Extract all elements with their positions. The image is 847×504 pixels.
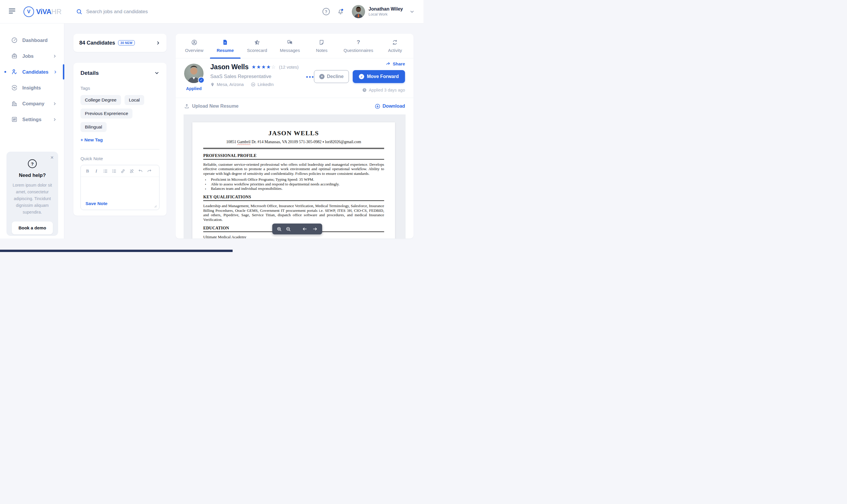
link-icon[interactable] xyxy=(119,168,126,175)
sidebar-item-label: Settings xyxy=(22,117,41,122)
details-title: Details xyxy=(81,70,99,76)
need-help-card: ✕ ? Need help? Lorem ipsum dolor sit ame… xyxy=(6,152,58,236)
chevron-right-icon[interactable] xyxy=(156,40,161,46)
next-page-arrow-icon[interactable] xyxy=(312,227,318,232)
sidebar-item-dashboard[interactable]: Dashboard xyxy=(0,32,64,48)
resume-paragraph: Reliable, customer service-oriented prof… xyxy=(203,162,384,176)
star-filled-icon[interactable]: ★ xyxy=(256,64,261,70)
divider xyxy=(81,149,159,150)
misspelled-word: Gambril xyxy=(237,140,250,144)
tab-label: Resume xyxy=(217,48,234,53)
company-building-icon xyxy=(11,100,18,107)
unlink-icon[interactable] xyxy=(128,168,135,175)
brand-name: ViVA xyxy=(36,7,51,16)
star-filled-icon[interactable]: ★ xyxy=(252,64,256,70)
details-panel: Details Tags College Degree Local Previo… xyxy=(73,63,167,216)
resume-bullet: Able to assess workflow priorities and r… xyxy=(203,182,384,186)
undo-icon[interactable] xyxy=(137,168,144,175)
chevron-right-icon xyxy=(53,118,57,122)
note-input-area[interactable] xyxy=(81,177,159,197)
download-resume-button[interactable]: Download xyxy=(375,104,405,109)
tab-label: Notes xyxy=(316,48,327,53)
candidates-icon xyxy=(11,69,18,75)
star-filled-icon[interactable]: ★ xyxy=(266,64,271,70)
notifications-bell-icon[interactable] xyxy=(337,8,344,15)
tab-questionnaires[interactable]: ? Questionnaires xyxy=(344,34,373,58)
bold-icon[interactable]: B xyxy=(84,168,91,175)
tag-chip[interactable]: Previous Exprerience xyxy=(81,109,133,119)
question-mark-icon: ? xyxy=(28,159,37,168)
check-circle-icon: ✓ xyxy=(359,74,364,79)
rating-stars[interactable]: ★★★★☆ xyxy=(252,64,276,70)
star-empty-icon[interactable]: ☆ xyxy=(271,64,276,70)
candidates-count-card[interactable]: 84 Candidates 30 NEW xyxy=(73,34,167,52)
tag-chip[interactable]: Bilingual xyxy=(81,122,107,132)
more-actions-icon[interactable]: ••• xyxy=(306,74,314,80)
upload-resume-button[interactable]: Upload New Resume xyxy=(184,104,239,109)
tab-notes[interactable]: Notes xyxy=(312,34,331,58)
decline-button[interactable]: ✕ Decline xyxy=(314,70,349,83)
sidebar-item-jobs[interactable]: Jobs xyxy=(0,48,64,64)
sidebar-item-label: Candidates xyxy=(22,69,49,75)
search-input[interactable] xyxy=(86,9,180,15)
star-filled-icon[interactable]: ★ xyxy=(261,64,266,70)
settings-sliders-icon xyxy=(11,116,18,123)
overview-icon xyxy=(191,39,197,46)
user-meta: Jonathan Wiley Local Work xyxy=(368,6,403,17)
quick-note-editor[interactable]: B I Save Note xyxy=(81,165,159,210)
x-circle-icon: ✕ xyxy=(319,74,325,79)
tab-messages[interactable]: Messages xyxy=(280,34,300,58)
resume-viewer[interactable]: JASON WELLS 10851 Gambril Dr. #14 Manass… xyxy=(184,114,405,238)
resize-handle-icon[interactable] xyxy=(153,204,157,208)
candidate-linkedin-link[interactable]: LinkedIn xyxy=(251,82,274,87)
book-demo-button[interactable]: Book a demo xyxy=(12,221,53,234)
user-workspace: Local Work xyxy=(368,12,403,17)
pdf-viewer-toolbar xyxy=(272,223,322,234)
clock-icon xyxy=(362,88,367,92)
note-editor-toolbar: B I xyxy=(81,165,159,177)
numbered-list-icon[interactable] xyxy=(110,168,118,175)
resume-school: Ultimate Medical Academy xyxy=(203,235,384,238)
active-indicator-bar xyxy=(63,64,64,79)
brand-suffix: HR xyxy=(51,7,62,16)
tab-resume[interactable]: Resume xyxy=(216,34,235,58)
vivahr-logo[interactable]: V ViVAHR xyxy=(23,6,62,17)
tab-overview[interactable]: Overview xyxy=(185,34,204,58)
candidate-avatar[interactable]: ✓ xyxy=(184,64,204,83)
tag-chip[interactable]: Local xyxy=(124,95,144,105)
new-tag-button[interactable]: + New Tag xyxy=(81,137,103,143)
tab-activity[interactable]: Activity xyxy=(386,34,404,58)
user-avatar[interactable] xyxy=(352,5,365,18)
search-icon xyxy=(76,8,82,15)
redo-icon[interactable] xyxy=(145,168,153,175)
user-menu-chevron-down-icon[interactable] xyxy=(410,9,415,14)
notes-icon xyxy=(319,39,325,46)
sidebar-item-insights[interactable]: Insights xyxy=(0,80,64,96)
help-icon[interactable]: ? xyxy=(323,8,330,15)
close-icon[interactable]: ✕ xyxy=(50,155,54,160)
zoom-out-icon[interactable] xyxy=(286,227,291,232)
bulleted-list-icon[interactable] xyxy=(101,168,109,175)
share-button[interactable]: Share xyxy=(386,61,405,66)
tab-scorecard[interactable]: Scorecard xyxy=(247,34,267,58)
resume-paragraph: Leadership and Management, Microsoft Off… xyxy=(203,203,384,222)
sidebar-item-candidates[interactable]: Candidates xyxy=(0,64,64,80)
sidebar: Dashboard Jobs Candidates Insights Compa… xyxy=(0,23,64,238)
hamburger-menu-icon[interactable] xyxy=(9,8,16,15)
chevron-down-icon[interactable] xyxy=(154,70,159,76)
italic-icon[interactable]: I xyxy=(92,168,100,175)
candidate-location: Mesa, Arizona xyxy=(210,82,244,87)
sidebar-item-settings[interactable]: Settings xyxy=(0,111,64,127)
candidate-stage-label: Applied xyxy=(183,86,205,91)
sidebar-item-company[interactable]: Company xyxy=(0,96,64,111)
tag-chip[interactable]: College Degree xyxy=(81,95,121,105)
save-note-button[interactable]: Save Note xyxy=(85,201,107,206)
tab-label: Activity xyxy=(388,48,402,53)
profile-tabs: Overview Resume Scorecard Messages Notes… xyxy=(176,34,414,58)
move-forward-button[interactable]: ✓ Move Forward xyxy=(353,70,405,83)
chevron-right-icon xyxy=(53,102,57,106)
zoom-in-icon[interactable] xyxy=(277,227,282,232)
share-icon xyxy=(386,61,391,66)
previous-page-arrow-icon[interactable] xyxy=(302,227,308,232)
download-icon xyxy=(375,104,380,109)
